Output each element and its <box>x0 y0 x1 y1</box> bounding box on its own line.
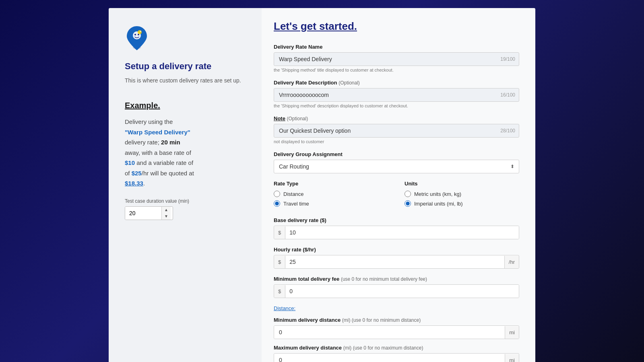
delivery-rate-name-input[interactable] <box>274 52 519 66</box>
min-distance-input[interactable] <box>274 326 505 339</box>
min-fee-input[interactable] <box>285 285 519 298</box>
rate-type-distance-label: Distance <box>283 191 304 197</box>
units-metric-row[interactable]: Metric units (km, kg) <box>405 191 519 197</box>
example-25: $25 <box>132 170 142 177</box>
delivery-group-label: Delivery Group Assignment <box>274 151 519 157</box>
spinner-down-button[interactable]: ▼ <box>162 213 171 220</box>
test-case-input[interactable] <box>125 207 161 220</box>
svg-point-2 <box>134 34 136 35</box>
example-text-6: . <box>143 180 145 187</box>
setup-title: Setup a delivery rate <box>125 61 211 72</box>
base-rate-prefix: $ <box>274 226 285 239</box>
delivery-rate-desc-section: Delivery Rate Description (Optional) 16/… <box>274 80 519 108</box>
delivery-rate-name-char-count: 19/100 <box>500 56 515 62</box>
rate-type-travel-row[interactable]: Travel time <box>274 200 388 207</box>
units-metric-radio[interactable] <box>405 191 411 197</box>
min-distance-label: Minimum delivery distance (mi) (use 0 fo… <box>274 317 519 323</box>
note-char-count: 28/100 <box>500 128 515 134</box>
min-distance-wrap: mi <box>274 325 519 339</box>
test-case-label: Test case duration value (min) <box>125 198 189 204</box>
rate-type-travel-label: Travel time <box>283 201 309 207</box>
delivery-rate-desc-char-count: 16/100 <box>500 92 515 98</box>
delivery-rate-desc-input[interactable] <box>274 88 519 102</box>
note-input[interactable] <box>274 124 519 138</box>
delivery-rate-desc-label: Delivery Rate Description (Optional) <box>274 80 519 86</box>
rate-type-units-row: Rate Type Distance Travel time Units Met… <box>274 181 519 210</box>
delivery-group-section: Delivery Group Assignment Car Routing Bi… <box>274 151 519 173</box>
note-section: Note (Optional) 28/100 not displayed to … <box>274 115 519 144</box>
example-heading: Example. <box>125 101 160 110</box>
max-distance-suffix: mi <box>505 354 519 362</box>
min-fee-section: Minimum total delivery fee (use 0 for no… <box>274 276 519 298</box>
svg-point-4 <box>138 30 142 34</box>
left-panel: Setup a delivery rate This is where cust… <box>109 8 262 362</box>
example-text-5-pre: of <box>125 170 132 177</box>
hourly-rate-label: Hourly rate ($/hr) <box>274 247 519 253</box>
main-card: Setup a delivery rate This is where cust… <box>109 8 535 362</box>
min-fee-note: (use 0 for no minimum total delivery fee… <box>341 276 427 282</box>
base-rate-section: Base delivery rate ($) $ <box>274 217 519 239</box>
base-rate-input[interactable] <box>285 226 519 239</box>
hourly-rate-suffix: /hr <box>504 256 519 268</box>
max-distance-input[interactable] <box>274 354 505 362</box>
example-20min: 20 min <box>161 139 180 146</box>
hourly-rate-prefix: $ <box>274 256 285 268</box>
min-fee-wrap: $ <box>274 284 519 298</box>
delivery-rate-desc-opt: (Optional) <box>339 80 360 86</box>
units-imperial-radio[interactable] <box>405 200 411 207</box>
hourly-rate-wrap: $ /hr <box>274 255 519 269</box>
example-paragraph: Delivery using the "Warp Speed Delivery"… <box>125 117 194 189</box>
example-text-2: delivery rate; <box>125 139 159 146</box>
delivery-rate-name-section: Delivery Rate Name 19/100 the 'Shipping … <box>274 44 519 72</box>
example-1833: $18.33 <box>125 180 143 187</box>
delivery-group-select-wrap: Car Routing Bike Routing Walk Routing ⬍ <box>274 160 519 173</box>
min-fee-label: Minimum total delivery fee (use 0 for no… <box>274 276 519 282</box>
example-text-3: away, with a base rate of <box>125 149 191 156</box>
units-group: Units Metric units (km, kg) Imperial uni… <box>405 181 519 210</box>
note-wrap: 28/100 <box>274 124 519 138</box>
example-text-4: and a variable rate of <box>136 159 193 166</box>
page-title: Let's get started. <box>274 20 519 33</box>
delivery-rate-name-hint: the 'Shipping method' title displayed to… <box>274 68 519 72</box>
min-distance-note: (mi) (use 0 for no minimum distance) <box>342 317 421 323</box>
spinner-up-button[interactable]: ▲ <box>162 207 171 213</box>
max-distance-label: Maximum delivery distance (mi) (use 0 fo… <box>274 345 519 351</box>
logo-icon <box>125 24 149 61</box>
min-fee-prefix: $ <box>274 285 285 298</box>
note-label: Note (Optional) <box>274 115 519 121</box>
test-case-input-wrap: ▲ ▼ <box>125 206 173 220</box>
svg-point-5 <box>140 31 141 32</box>
rate-type-group: Rate Type Distance Travel time <box>274 181 388 210</box>
max-distance-wrap: mi <box>274 353 519 362</box>
right-panel: Let's get started. Delivery Rate Name 19… <box>262 8 535 362</box>
setup-desc: This is where custom delivery rates are … <box>125 76 241 85</box>
example-text-5: /hr will be quoted at <box>142 170 194 177</box>
delivery-rate-name-wrap: 19/100 <box>274 52 519 66</box>
min-distance-suffix: mi <box>505 326 519 339</box>
spinner-buttons: ▲ ▼ <box>161 207 171 220</box>
units-metric-label: Metric units (km, kg) <box>414 191 461 197</box>
example-warp: "Warp Speed Delivery" <box>125 129 190 136</box>
rate-type-distance-row[interactable]: Distance <box>274 191 388 197</box>
base-rate-wrap: $ <box>274 226 519 239</box>
units-imperial-row[interactable]: Imperial units (mi, lb) <box>405 200 519 207</box>
hourly-rate-section: Hourly rate ($/hr) $ /hr <box>274 247 519 269</box>
delivery-group-select[interactable]: Car Routing Bike Routing Walk Routing <box>274 160 519 173</box>
rate-type-label: Rate Type <box>274 181 388 187</box>
delivery-rate-desc-wrap: 16/100 <box>274 88 519 102</box>
units-label: Units <box>405 181 519 187</box>
delivery-rate-desc-hint: the 'Shipping method' description displa… <box>274 103 519 108</box>
base-rate-label: Base delivery rate ($) <box>274 217 519 223</box>
example-text-1: Delivery using the <box>125 118 173 125</box>
distance-section: Distance: Minimum delivery distance (mi)… <box>274 305 519 362</box>
note-opt: (Optional) <box>287 116 308 121</box>
example-10: $10 <box>125 159 135 166</box>
units-imperial-label: Imperial units (mi, lb) <box>414 201 463 207</box>
rate-type-distance-radio[interactable] <box>274 191 280 197</box>
note-hint: not displayed to customer <box>274 139 519 144</box>
hourly-rate-input[interactable] <box>285 255 504 268</box>
delivery-rate-name-label: Delivery Rate Name <box>274 44 519 50</box>
rate-type-travel-radio[interactable] <box>274 200 280 207</box>
distance-link[interactable]: Distance: <box>274 305 519 311</box>
max-distance-note: (mi) (use 0 for no maximum distance) <box>343 345 423 351</box>
